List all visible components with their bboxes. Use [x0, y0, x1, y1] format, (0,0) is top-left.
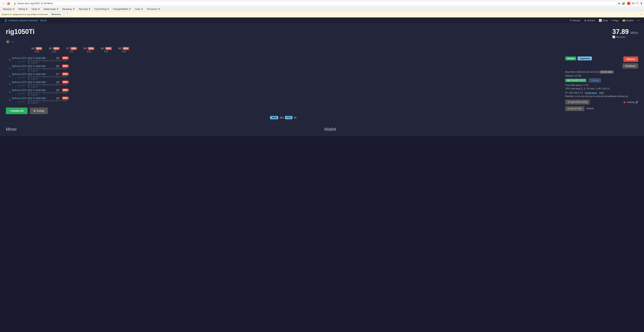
shellinabox-link[interactable]: Shellinabox — [585, 91, 597, 94]
stats-nav[interactable]: 📊 Stats — [599, 19, 608, 22]
boot-time-label: Boot time: — [565, 70, 576, 73]
browser-menu: Финансы ▼ Mining ▼ Танки ▼ Инвестиции ▼ … — [0, 7, 644, 12]
gpu-summary-4: 56° 90% 6.27 — [101, 47, 112, 53]
gpu-time-5: 06:00.0 — [12, 101, 25, 103]
menu-magaziny[interactable]: Магазины ▼ — [61, 7, 76, 11]
boot-time-value: 2018-03-16 14:10:54 — [576, 70, 598, 73]
gpu-summary-hash-3: 6.32 — [84, 50, 94, 53]
extension-icon4[interactable]: 🛡 — [636, 2, 639, 5]
gpu-details-4: 86.07.22.00.57, Power Limit 52.50 W, 75.… — [28, 92, 68, 96]
gpu-time-4: 05:00.0 — [12, 92, 25, 95]
gpu-fan-1: 90% — [62, 64, 68, 68]
rig-info-panel: Online claymore Reboot Shutdown Boot tim… — [565, 56, 638, 119]
chart-icon: 📈 — [612, 36, 615, 38]
gpu-summary-fan-3: 90% — [88, 47, 94, 50]
address-bar[interactable]: 🔒 hiveos.farm rig1050Ti 37.89 MH/s — [12, 1, 616, 6]
gpu-fan-2: 90% — [62, 72, 68, 76]
cpu-row: CPU load avg (1, 5, 15 min): 1.49 1.38 1… — [565, 87, 638, 90]
gpu-summary-hash-1: 6.29 — [49, 50, 60, 53]
menu-tanki[interactable]: Танки ▼ — [30, 7, 42, 11]
back-button[interactable]: ← — [2, 2, 6, 6]
external-link-icon: 🔗 — [635, 101, 638, 104]
menu-investitsii[interactable]: Инвестиции ▼ — [42, 7, 60, 11]
monitor-nav[interactable]: 🖥 Monitor — [584, 19, 595, 22]
security-bar: Защита от вредоносных программ отключена… — [0, 12, 644, 17]
cpu-label: CPU load avg (1, 5, 15 min): — [565, 87, 595, 90]
gpu-list-col: 0 GeForce GTX 1050 Ti 4039 MiB 59° 90% 0… — [6, 56, 561, 119]
mem-value: 850 — [280, 116, 284, 119]
gpu-summary-3: 59° 90% 6.32 — [84, 47, 94, 53]
tutorial-link[interactable]: ▶ Tutorial 🔗 — [624, 100, 638, 104]
gpu-temp-1: 58° — [53, 65, 60, 68]
menu-fermarium[interactable]: Fermarium ▼ — [145, 7, 162, 11]
menu-change-wallets[interactable]: Change/Wallets ▼ — [112, 7, 132, 11]
gpu-temp-2: 57° — [53, 73, 60, 76]
gpu-details-1: 86.07.22.00.57, Power Limit 52.50 W, 75.… — [28, 68, 68, 72]
gpu-summary-1: 58° 90% 6.29 — [49, 47, 60, 53]
username[interactable]: kreinertv (Vladimir Kreinert) — [9, 19, 38, 22]
remote-label: Remote: — [565, 95, 574, 98]
shutdown-button[interactable]: Shutdown — [622, 63, 638, 68]
miner-section-title: Miner — [6, 127, 320, 132]
main-two-col: 0 GeForce GTX 1050 Ti 4039 MiB 59° 90% 0… — [6, 56, 638, 119]
menu-mining[interactable]: Mining ▼ — [17, 7, 29, 11]
disk-row: Free disk space: 1.7G — [565, 84, 638, 86]
main-content: rig1050Ti 37.89 MH/s 📈 Rig stats 6 --- 5… — [0, 24, 644, 136]
rig-hashrate: 37.89 — [612, 28, 629, 35]
reload-label: Reload — [573, 19, 580, 22]
gpu-summary-hash-4: 6.27 — [101, 50, 112, 53]
menu-cloud-mining[interactable]: Cloud Mning ▼ — [93, 7, 111, 11]
menu-finansy[interactable]: Финансы ▼ — [2, 7, 16, 11]
status-row: Online claymore — [565, 56, 592, 60]
gpu-count-badge: 6 — [6, 40, 10, 44]
security-enable-button[interactable]: Включить — [50, 12, 63, 16]
action-buttons: Reboot Shutdown — [622, 56, 638, 68]
tuning-button[interactable]: ⚙ Tuning — [30, 108, 48, 114]
wallets-icon: 💳 — [622, 19, 626, 22]
table-row: 1 GeForce GTX 1050 Ti 4040 MiB 58° 90% 0… — [6, 64, 561, 72]
user-icon: 👤 — [4, 19, 7, 22]
extension-icon1[interactable]: 🧩 — [622, 2, 626, 5]
gpu-time-1: 02:00.0 — [12, 68, 25, 71]
reload-icon: ↻ — [570, 19, 572, 22]
gpu-temp-3: 59° — [53, 81, 60, 84]
security-text: Защита от вредоносных программ отключена — [2, 13, 48, 16]
server-url-button[interactable]: ⚙ Server URL — [565, 106, 584, 111]
header-nav: ↻ Reload 🖥 Monitor 📊 Stats ≡ Rigs 💳 Wall… — [570, 19, 640, 22]
rig-title-row: rig1050Ti 37.89 MH/s 📈 Rig stats — [6, 28, 638, 38]
version-value: 0.5-35 — [574, 74, 581, 77]
mem-label: MEM — [270, 116, 278, 119]
security-close-icon[interactable]: ✕ — [641, 13, 642, 16]
menu-coins[interactable]: Coins ▼ — [133, 7, 145, 11]
openvpn-button[interactable]: ⚙ OpenVPN Config — [565, 100, 590, 104]
reboot-button[interactable]: Reboot — [624, 56, 638, 62]
disk-label: Free disk space: — [565, 84, 582, 86]
nvidia-oc-button[interactable]: ≡ Nvidia OC — [6, 108, 28, 114]
reload-nav[interactable]: ↻ Reload — [570, 19, 580, 22]
gpu-summary-row: 58° 90% 6.39 58° 90% 6.29 57° 90% 6.27 5… — [6, 47, 638, 53]
version-row: Version: 0.5-35 — [565, 74, 638, 77]
gpu-details-2: 86.07.22.00.57, Power Limit 52.50 W, 75.… — [28, 76, 68, 80]
balance: $0.00 — [40, 19, 46, 22]
wallets-label: Wallets — [626, 19, 634, 22]
header-user-section: 👤 kreinertv (Vladimir Kreinert) $0.00 — [4, 19, 46, 22]
rig-stats-link[interactable]: 📈 Rig stats — [612, 36, 638, 38]
rigs-nav[interactable]: ≡ Rigs — [612, 19, 619, 22]
gpu-summary-temp-0: 58° — [31, 47, 35, 50]
gpu-name-5: GeForce GTX 1050 Ti 4040 MiB — [12, 97, 52, 100]
gpu-temp-0: 59° — [53, 57, 60, 60]
uptime-badge: 1d 21h 18m — [599, 70, 614, 74]
vnc-link[interactable]: VNC — [599, 91, 604, 94]
youtube-icon: ▶ — [624, 100, 626, 104]
logout-nav[interactable]: ↩ — [638, 19, 640, 22]
security-help-button[interactable]: ? — [65, 12, 70, 16]
bookmark-star-icon[interactable]: ★ — [618, 2, 620, 5]
ip-label: IP: — [565, 91, 568, 94]
wallets-nav[interactable]: 💳 Wallets — [622, 19, 634, 22]
extension-icon2[interactable]: 🔴 — [627, 2, 630, 5]
version-label: Version: — [565, 74, 574, 77]
extension-icon3[interactable]: ✉ — [632, 2, 634, 5]
menu-stat-insta[interactable]: Stat insta ▼ — [77, 7, 92, 11]
logout-icon: ↩ — [638, 19, 640, 22]
extension-icon5[interactable]: ⬇ — [640, 2, 642, 5]
